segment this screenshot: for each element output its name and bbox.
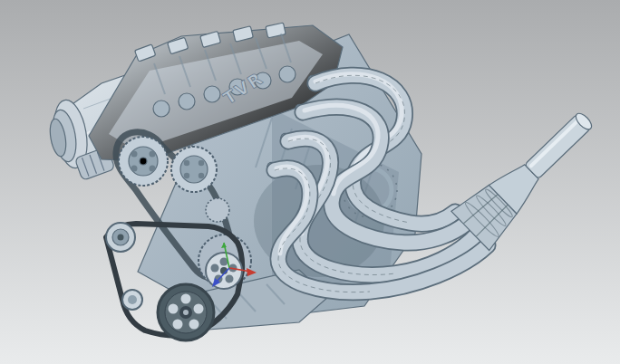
cam-sprocket-exhaust (171, 147, 217, 192)
alternator-pulley (106, 223, 135, 252)
crank-pulley (158, 284, 214, 340)
timing-idler (206, 198, 229, 222)
cam-sprocket-intake (119, 137, 168, 186)
idler-pulley (122, 290, 142, 310)
engine-render: TVR (0, 0, 620, 364)
cad-viewport[interactable]: TVR (0, 0, 620, 364)
water-pump-pulley (206, 253, 242, 289)
